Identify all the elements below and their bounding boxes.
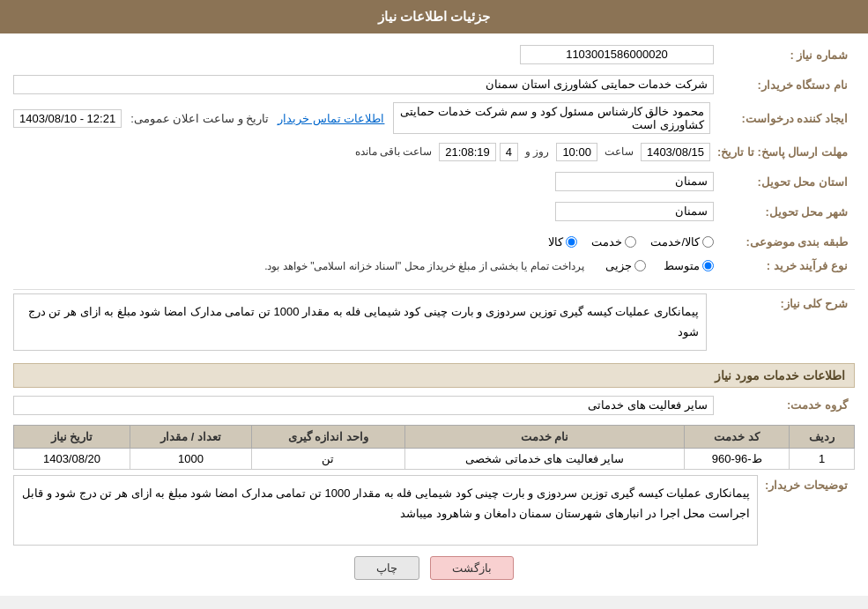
content-area: شماره نیاز : 1103001586000020 نام دستگاه…	[0, 33, 868, 596]
buyer-notes-label: توضیحات خریدار:	[765, 475, 855, 492]
table-cell: ط-96-960	[685, 448, 790, 469]
creator-value: محمود خالق کارشناس مسئول کود و سم شرکت خ…	[393, 102, 710, 134]
process-label-motavaset: متوسط	[664, 259, 700, 272]
category-label: طبقه بندی موضوعی:	[714, 235, 855, 249]
category-radio-group: کالا/خدمت خدمت کالا	[548, 235, 714, 249]
deadline-days: 4	[500, 143, 518, 161]
publish-label: تاریخ و ساعت اعلان عمومی:	[125, 112, 274, 125]
publish-value: 1403/08/10 - 12:21	[13, 109, 122, 128]
category-label-kala: کالا	[548, 235, 563, 249]
category-option-kala-khedmat: کالا/خدمت	[650, 235, 714, 249]
col-code: کد خدمت	[685, 425, 790, 448]
process-radio-jozi[interactable]	[634, 260, 646, 271]
table-cell: سایر فعالیت های خدماتی شخصی	[404, 448, 684, 469]
category-option-kala: کالا	[548, 235, 577, 249]
process-option-motavaset: متوسط	[664, 259, 714, 272]
description-section-row: شرح کلی نیاز: پیمانکاری عملیات کیسه گیری…	[13, 293, 855, 356]
table-header-row: ردیف کد خدمت نام خدمت واحد اندازه گیری ت…	[14, 425, 855, 448]
table-cell: 1403/08/20	[14, 448, 130, 469]
col-date: تاریخ نیاز	[14, 425, 130, 448]
need-number-value: 1103001586000020	[520, 45, 714, 64]
page-wrapper: جزئیات اطلاعات نیاز شماره نیاز : 1103001…	[0, 0, 868, 596]
description-label: شرح کلی نیاز:	[714, 293, 855, 310]
button-row: بازگشت چاپ	[13, 556, 855, 580]
category-label-khedmat: خدمت	[591, 235, 622, 249]
table-cell: 1	[790, 448, 855, 469]
city-row: شهر محل تحویل: سمنان	[13, 199, 855, 224]
divider-1	[13, 289, 855, 290]
deadline-time: 10:00	[556, 143, 597, 161]
print-button[interactable]: چاپ	[354, 556, 419, 580]
category-row: طبقه بندی موضوعی: کالا/خدمت خدمت کالا	[13, 229, 855, 254]
deadline-row: مهلت ارسال پاسخ: تا تاریخ: 1403/08/15 سا…	[13, 139, 855, 164]
city-label: شهر محل تحویل:	[714, 205, 855, 219]
service-table: ردیف کد خدمت نام خدمت واحد اندازه گیری ت…	[13, 425, 855, 470]
page-title: جزئیات اطلاعات نیاز	[378, 9, 490, 24]
category-radio-kala-khedmat[interactable]	[702, 236, 714, 248]
deadline-remaining: 21:08:19	[439, 143, 496, 161]
process-option-jozi: جزیی	[605, 259, 646, 272]
contact-link[interactable]: اطلاعات تماس خریدار	[278, 112, 384, 125]
creator-label: ایجاد کننده درخواست:	[714, 112, 855, 125]
description-value: پیمانکاری عملیات کیسه گیری توزین سردوزی …	[13, 293, 707, 351]
deadline-date: 1403/08/15	[641, 143, 710, 161]
buyer-notes-row: توضیحات خریدار: پیمانکاری عملیات کیسه گی…	[13, 475, 855, 546]
col-unit: واحد اندازه گیری	[251, 425, 404, 448]
col-name: نام خدمت	[404, 425, 684, 448]
buyer-notes-value: پیمانکاری عملیات کیسه گیری توزین سردوزی …	[13, 475, 758, 546]
service-group-label: گروه خدمت:	[714, 398, 855, 412]
buyer-org-row: نام دستگاه خریدار: شرکت خدمات حمایتی کشا…	[13, 72, 855, 97]
process-label-jozi: جزیی	[605, 259, 632, 272]
back-button[interactable]: بازگشت	[430, 556, 514, 580]
province-label: استان محل تحویل:	[714, 175, 855, 189]
page-header: جزئیات اطلاعات نیاز	[0, 0, 868, 33]
deadline-label: مهلت ارسال پاسخ: تا تاریخ:	[714, 145, 855, 159]
service-group-value: سایر فعالیت های خدماتی	[13, 396, 714, 415]
deadline-time-label: ساعت	[605, 145, 634, 158]
province-row: استان محل تحویل: سمنان	[13, 169, 855, 194]
category-label-kala-khedmat: کالا/خدمت	[650, 235, 700, 249]
category-option-khedmat: خدمت	[591, 235, 636, 249]
col-qty: تعداد / مقدار	[130, 425, 251, 448]
creator-publish-row: ایجاد کننده درخواست: محمود خالق کارشناس …	[13, 102, 855, 134]
process-radio-motavaset[interactable]	[702, 260, 714, 271]
deadline-day-label: روز و	[525, 145, 549, 158]
table-cell: تن	[251, 448, 404, 469]
process-row: نوع فرآیند خرید : متوسط جزیی پرداخت تمام…	[13, 259, 855, 284]
province-value: سمنان	[555, 172, 714, 191]
buyer-org-value: شرکت خدمات حمایتی کشاورزی استان سمنان	[13, 75, 714, 94]
deadline-remaining-label: ساعت باقی مانده	[355, 145, 433, 158]
process-note: پرداخت تمام یا بخشی از مبلغ خریداز محل "…	[13, 260, 584, 272]
category-radio-khedmat[interactable]	[625, 236, 636, 248]
table-row: 1ط-96-960سایر فعالیت های خدماتی شخصیتن10…	[14, 448, 855, 469]
col-row-num: ردیف	[790, 425, 855, 448]
process-options-row: متوسط جزیی پرداخت تمام یا بخشی از مبلغ خ…	[13, 259, 714, 272]
table-cell: 1000	[130, 448, 251, 469]
need-number-row: شماره نیاز : 1103001586000020	[13, 42, 855, 67]
city-value: سمنان	[555, 202, 714, 221]
service-info-header: اطلاعات خدمات مورد نیاز	[13, 363, 855, 388]
category-radio-kala[interactable]	[566, 236, 577, 248]
need-number-label: شماره نیاز :	[714, 48, 855, 62]
buyer-org-label: نام دستگاه خریدار:	[714, 78, 855, 92]
process-label: نوع فرآیند خرید :	[714, 259, 855, 272]
service-group-row: گروه خدمت: سایر فعالیت های خدماتی	[13, 393, 855, 418]
